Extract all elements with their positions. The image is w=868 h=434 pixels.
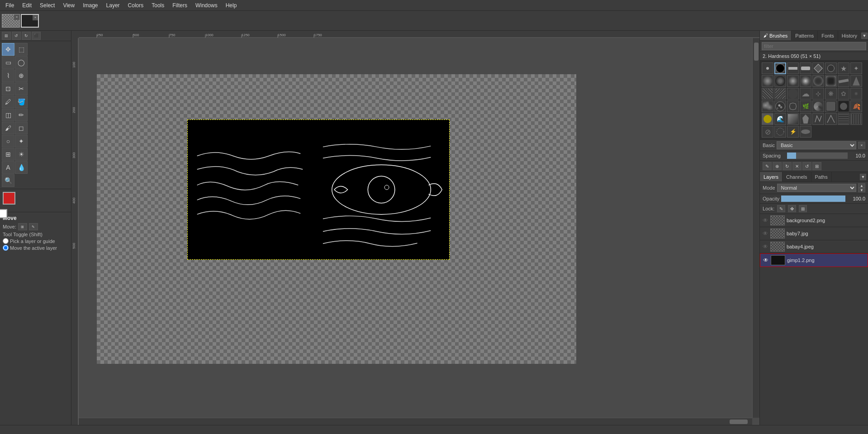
close-tab-1[interactable]: × (14, 14, 19, 20)
brush-cell-4[interactable] (800, 62, 811, 74)
brush-cell-9[interactable] (762, 75, 773, 87)
nav-btn-3[interactable]: ↻ (22, 32, 31, 40)
pencil-btn[interactable]: ✏ (15, 109, 28, 121)
heal-btn[interactable]: ✦ (15, 135, 28, 148)
dodge-btn[interactable]: ☀ (15, 148, 28, 161)
paths-btn[interactable]: 🖊 (2, 95, 14, 108)
panel-settings-btn[interactable]: ▼ (861, 33, 868, 39)
menu-tools[interactable]: Tools (148, 1, 168, 10)
radio-pick-layer[interactable]: Pick a layer or guide (3, 238, 68, 244)
image-tab-1[interactable]: × (2, 14, 20, 28)
tab-fonts[interactable]: Fonts (818, 31, 838, 40)
brush-cell-31[interactable] (838, 100, 849, 112)
menu-view[interactable]: View (59, 1, 78, 10)
preset-close-btn[interactable]: × (858, 142, 865, 149)
nav-btn-4[interactable]: ⬛ (32, 32, 41, 40)
tab-history[interactable]: History (838, 31, 861, 40)
brush-cell-16[interactable] (850, 75, 862, 87)
layer-eye-babay4[interactable]: 👁 (762, 243, 769, 250)
move-mode-2[interactable]: ✎ (29, 223, 38, 230)
nav-btn-1[interactable]: ⊞ (2, 32, 11, 40)
brush-cell-30[interactable] (825, 100, 837, 112)
layer-item-background2[interactable]: 👁 background2.png (760, 214, 868, 227)
brush-cell-27[interactable] (787, 100, 799, 112)
brushes-filter-input[interactable] (762, 42, 866, 50)
mode-down-btn[interactable]: ▼ (858, 188, 865, 192)
close-tab-2[interactable]: × (33, 15, 38, 20)
brush-cell-3[interactable] (787, 62, 799, 74)
brush-cell-41[interactable]: ⊘ (762, 126, 773, 138)
menu-help[interactable]: Help (222, 1, 241, 10)
brush-cell-34[interactable]: 🌊 (774, 113, 786, 125)
brush-cell-38[interactable] (825, 113, 837, 125)
brush-cell-13[interactable] (812, 75, 824, 87)
colorpicker-btn[interactable]: 💧 (15, 161, 28, 174)
move-mode-1[interactable]: ⊞ (18, 223, 27, 230)
brush-cell-7[interactable]: ★ (838, 62, 849, 74)
brush-cell-39[interactable] (838, 113, 849, 125)
canvas-area[interactable]: 250 500 750 1000 1250 1500 1750 100 200 (71, 31, 759, 425)
brush-cell-32[interactable]: 🍂 (850, 100, 862, 112)
canvas-image[interactable] (187, 119, 450, 260)
menu-windows[interactable]: Windows (192, 1, 221, 10)
brush-cell-11[interactable] (787, 75, 799, 87)
layer-item-gimp1[interactable]: 👁 gimp1.2.png (760, 253, 868, 267)
brush-cell-28[interactable]: 🌿 (800, 100, 811, 112)
eraser-btn[interactable]: ◻ (15, 122, 28, 134)
free-select-btn[interactable]: ⌇ (2, 69, 14, 82)
clone-btn[interactable]: ⊞ (2, 148, 14, 161)
brush-cell-10[interactable] (774, 75, 786, 87)
airbrush-btn[interactable]: ○ (2, 135, 14, 148)
brush-cell-1[interactable] (762, 62, 773, 74)
spacing-slider[interactable] (787, 153, 848, 159)
mode-dropdown[interactable]: Normal (777, 184, 856, 192)
brush-cell-29[interactable] (812, 100, 824, 112)
brush-cell-44[interactable] (800, 126, 811, 138)
brush-cell-33[interactable] (762, 113, 773, 125)
brush-cell-35[interactable] (787, 113, 799, 125)
brush-edit-btn[interactable]: ✎ (763, 162, 772, 170)
brush-cell-6[interactable] (825, 62, 837, 74)
brush-cell-43[interactable]: ⚡ (787, 126, 799, 138)
gradient-btn[interactable]: ◫ (2, 109, 14, 121)
layers-panel-settings[interactable]: ▼ (860, 174, 866, 180)
paintbucket-btn[interactable]: 🪣 (15, 95, 28, 108)
brush-delete-btn[interactable]: ✕ (792, 162, 802, 170)
layer-eye-background2[interactable]: 👁 (762, 217, 769, 224)
opacity-slider[interactable] (781, 196, 845, 202)
menu-colors[interactable]: Colors (124, 1, 147, 10)
brush-cell-22[interactable]: ❋ (825, 88, 837, 100)
brush-duplicate-btn[interactable]: ⊕ (773, 162, 782, 170)
layer-item-babay4[interactable]: 👁 babay4.jpeg (760, 240, 868, 253)
brush-cell-15[interactable] (838, 75, 849, 87)
brush-cell-37[interactable] (812, 113, 824, 125)
ellipse-select-btn[interactable]: ◯ (15, 56, 28, 69)
brush-cell-40[interactable] (850, 113, 862, 125)
background-color[interactable] (0, 209, 7, 218)
image-tab-2[interactable]: × (21, 14, 39, 28)
menu-layer[interactable]: Layer (103, 1, 123, 10)
brush-cell-26[interactable] (774, 100, 786, 112)
brush-cell-42[interactable] (774, 126, 786, 138)
mode-up-btn[interactable]: ▲ (858, 183, 865, 188)
align-tool-btn[interactable]: ⬚ (15, 43, 28, 56)
preset-dropdown[interactable]: Basic (777, 141, 856, 149)
brush-cell-17[interactable] (762, 88, 773, 100)
color-select-btn[interactable]: ⊡ (2, 82, 14, 95)
text-btn[interactable]: A (2, 161, 14, 174)
layer-eye-baby7[interactable]: 👁 (762, 230, 769, 237)
brush-cell-36[interactable] (800, 113, 811, 125)
brush-cell-19[interactable] (787, 88, 799, 100)
brush-cell-23[interactable]: ✿ (838, 88, 849, 100)
paintbrush-btn[interactable]: 🖌 (2, 122, 14, 134)
menu-filters[interactable]: Filters (169, 1, 191, 10)
menu-select[interactable]: Select (36, 1, 58, 10)
horizontal-scrollbar[interactable] (79, 418, 752, 425)
brush-cell-21[interactable]: ⊹ (812, 88, 824, 100)
menu-image[interactable]: Image (79, 1, 101, 10)
scissors-btn[interactable]: ✂ (15, 82, 28, 95)
rect-select-btn[interactable]: ▭ (2, 56, 14, 69)
zoom-btn[interactable]: 🔍 (2, 174, 14, 187)
tab-paths[interactable]: Paths (811, 172, 832, 181)
layer-eye-gimp1[interactable]: 👁 (762, 257, 769, 264)
